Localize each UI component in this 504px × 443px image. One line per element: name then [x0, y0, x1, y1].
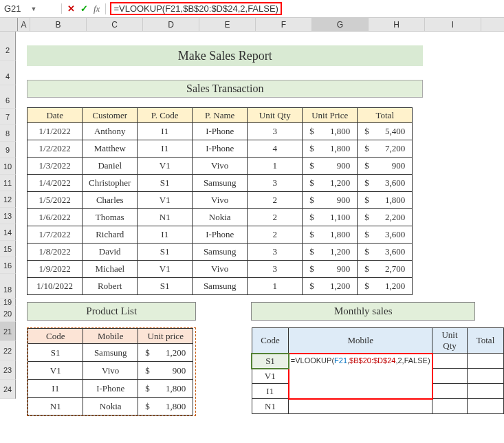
cell-customer[interactable]: Matthew: [83, 140, 138, 158]
formula-input[interactable]: =VLOOKUP(F21,$B$20:$D$24,2,FALSE): [106, 3, 504, 14]
row-header[interactable]: 11: [0, 175, 16, 191]
cell-date[interactable]: 1/7/2022: [28, 226, 83, 244]
table-row[interactable]: 1/5/2022CharlesV1Vivo2$900$1,800: [28, 192, 413, 209]
row-header[interactable]: 9: [0, 142, 16, 158]
cell-price[interactable]: $900: [303, 158, 358, 175]
row-header[interactable]: 23: [0, 360, 16, 380]
row-header[interactable]: 22: [0, 341, 16, 360]
header-pname[interactable]: P. Name: [193, 108, 248, 123]
cell-price[interactable]: $1,800: [303, 226, 358, 244]
cell-total[interactable]: $900: [358, 158, 413, 175]
cell-customer[interactable]: Richard: [83, 226, 138, 244]
cell-customer[interactable]: Daniel: [83, 158, 138, 175]
row-header[interactable]: 20: [0, 305, 16, 322]
cell-qty[interactable]: 3: [248, 175, 303, 192]
cell-customer[interactable]: Charles: [83, 192, 138, 209]
header-price[interactable]: Unit Price: [303, 108, 358, 123]
header-pcode[interactable]: P. Code: [138, 108, 193, 123]
table-row[interactable]: 1/10/2022RobertS1Samsung1$1,200$1,200: [28, 278, 413, 295]
cell-price[interactable]: $1,200: [303, 244, 358, 261]
header-qty[interactable]: Unit Qty: [432, 328, 468, 354]
col-header-I[interactable]: I: [425, 18, 481, 31]
cell-empty[interactable]: [432, 354, 468, 369]
row-header[interactable]: 12: [0, 191, 16, 208]
cell-code[interactable]: N1: [252, 399, 289, 414]
cell-empty[interactable]: [467, 384, 503, 399]
header-code[interactable]: Code: [252, 328, 289, 354]
cell-total[interactable]: $5,400: [358, 123, 413, 140]
table-row[interactable]: N1Nokia$1,800: [28, 398, 193, 415]
cell-code[interactable]: N1: [138, 209, 193, 226]
editing-cell[interactable]: =VLOOKUP(F21,$B$20:$D$24,2,FALSE): [289, 354, 432, 399]
row-header[interactable]: 6: [0, 92, 16, 109]
header-total[interactable]: Total: [467, 328, 503, 354]
cell-code[interactable]: I1: [138, 123, 193, 140]
cell-total[interactable]: $2,700: [358, 261, 413, 278]
cell-code[interactable]: N1: [28, 398, 83, 415]
row-header[interactable]: 14: [0, 224, 16, 241]
cell-qty[interactable]: 4: [248, 140, 303, 158]
cell-price[interactable]: $1,200: [303, 175, 358, 192]
cell-empty[interactable]: [467, 354, 503, 369]
cell-customer[interactable]: Michael: [83, 261, 138, 278]
cell-customer[interactable]: Anthony: [83, 123, 138, 140]
cell-date[interactable]: 1/3/2022: [28, 158, 83, 175]
cell-code[interactable]: I1: [28, 380, 83, 398]
cell-name[interactable]: I-Phone: [193, 226, 248, 244]
col-header-F[interactable]: F: [256, 18, 312, 31]
cell-code[interactable]: V1: [252, 369, 289, 384]
accept-icon[interactable]: ✓: [80, 3, 88, 14]
cell-price[interactable]: $900: [138, 362, 193, 380]
col-header-E[interactable]: E: [199, 18, 256, 31]
cell-customer[interactable]: Robert: [83, 278, 138, 295]
table-row[interactable]: 1/7/2022RichardI1I-Phone2$1,800$3,600: [28, 226, 413, 244]
cell-price[interactable]: $1,800: [303, 140, 358, 158]
cell-code[interactable]: S1: [138, 175, 193, 192]
col-header-D[interactable]: D: [143, 18, 199, 31]
cell-date[interactable]: 1/4/2022: [28, 175, 83, 192]
row-header[interactable]: 10: [0, 158, 16, 175]
cell-date[interactable]: 1/5/2022: [28, 192, 83, 209]
col-header-C[interactable]: C: [87, 18, 143, 31]
cell-qty[interactable]: 1: [248, 278, 303, 295]
cell-total[interactable]: $3,600: [358, 244, 413, 261]
cell-mobile[interactable]: I-Phone: [83, 380, 138, 398]
header-mobile[interactable]: Mobile: [83, 329, 138, 344]
cell-code[interactable]: I1: [138, 140, 193, 158]
row-header[interactable]: 18: [0, 281, 16, 299]
cell-qty[interactable]: 2: [248, 209, 303, 226]
table-row[interactable]: 1/9/2022MichaelV1Vivo3$900$2,700: [28, 261, 413, 278]
cell-customer[interactable]: Christopher: [83, 175, 138, 192]
header-customer[interactable]: Customer: [83, 108, 138, 123]
cell-price[interactable]: $1,200: [138, 344, 193, 362]
cell-customer[interactable]: Thomas: [83, 209, 138, 226]
cell-empty[interactable]: [432, 369, 468, 384]
cell-name[interactable]: Nokia: [193, 209, 248, 226]
cell-qty[interactable]: 2: [248, 226, 303, 244]
cell-name[interactable]: I-Phone: [193, 123, 248, 140]
row-header[interactable]: 2: [0, 40, 16, 61]
table-row[interactable]: 1/2/2022MatthewI1I-Phone4$1,800$7,200: [28, 140, 413, 158]
col-header-H[interactable]: H: [369, 18, 425, 31]
cell-name[interactable]: Samsung: [193, 175, 248, 192]
cell-code[interactable]: S1: [28, 344, 83, 362]
header-date[interactable]: Date: [28, 108, 83, 123]
cell-date[interactable]: 1/8/2022: [28, 244, 83, 261]
table-row[interactable]: V1Vivo$900: [28, 362, 193, 380]
cancel-icon[interactable]: ✕: [67, 3, 75, 14]
cell-date[interactable]: 1/2/2022: [28, 140, 83, 158]
cell-empty[interactable]: [289, 399, 432, 414]
cell-date[interactable]: 1/6/2022: [28, 209, 83, 226]
table-row[interactable]: 1/6/2022ThomasN1Nokia2$1,100$2,200: [28, 209, 413, 226]
row-header[interactable]: 8: [0, 125, 16, 142]
cell-total[interactable]: $2,200: [358, 209, 413, 226]
fx-icon[interactable]: fx: [94, 3, 100, 14]
chevron-down-icon[interactable]: ▼: [31, 6, 58, 12]
cell-date[interactable]: 1/10/2022: [28, 278, 83, 295]
cell-qty[interactable]: 3: [248, 261, 303, 278]
cell-mobile[interactable]: Samsung: [83, 344, 138, 362]
cell-qty[interactable]: 3: [248, 244, 303, 261]
header-qty[interactable]: Unit Qty: [248, 108, 303, 123]
cell-total[interactable]: $1,200: [358, 278, 413, 295]
cell-total[interactable]: $3,600: [358, 226, 413, 244]
